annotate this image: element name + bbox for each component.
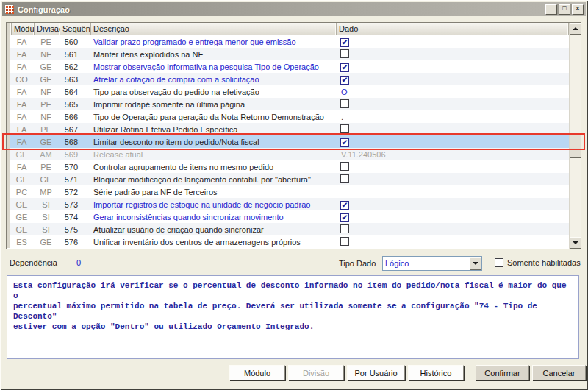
cell-modulo: GE <box>10 224 33 234</box>
minimize-button[interactable]: _ <box>545 4 557 15</box>
dependencia-value: 0 <box>76 258 81 267</box>
dado-checkbox-unchecked[interactable] <box>340 99 349 108</box>
arrow-up-icon <box>573 27 578 30</box>
dado-checkbox-unchecked[interactable] <box>340 162 349 171</box>
column-header-dado[interactable]: Dado <box>337 23 569 35</box>
dado-checkbox-checked[interactable]: ✔ <box>340 213 349 222</box>
table-row[interactable]: ES GE 576 Unificar inventário dos centro… <box>7 235 569 248</box>
dado-checkbox-unchecked[interactable] <box>340 237 349 246</box>
configuracao-dialog: Configuração _ □ ✕ Módulo Divisão Sequên… <box>0 0 588 390</box>
cell-dado: . <box>337 112 569 121</box>
table-row[interactable]: FA PE 567 Utilizar Rotina Efetiva Pedido… <box>7 123 569 135</box>
maximize-button[interactable]: □ <box>559 4 570 15</box>
table-row[interactable]: FA NF 561 Manter itens explodidos na NF <box>7 48 569 60</box>
table-row[interactable]: FA NF 564 Tipo para observação do pedido… <box>7 85 569 98</box>
cell-sequencia: 568 <box>59 137 90 146</box>
configuration-help-text: Esta configuração irá verificar se o per… <box>7 275 579 359</box>
table-row[interactable]: FA PE 560 Validar prazo programado e ent… <box>7 35 569 48</box>
scrollbar-thumb[interactable] <box>570 133 581 158</box>
table-row[interactable]: GF GE 571 Bloquear modificação de lançam… <box>7 173 569 185</box>
cell-dado: ✔ <box>337 212 569 222</box>
cell-divisao: NF <box>33 49 59 59</box>
cell-modulo: FA <box>10 162 33 171</box>
table-row[interactable]: GE SI 575 Atualizar usuário de criação q… <box>7 223 569 235</box>
dado-checkbox-checked[interactable]: ✔ <box>340 138 349 147</box>
table-row[interactable]: PC MP 572 Série padrão para NF de Tercei… <box>7 185 569 198</box>
hist-rico-button[interactable]: Histórico <box>408 365 464 380</box>
scroll-up-button[interactable] <box>570 23 581 35</box>
cell-modulo: ES <box>10 237 33 247</box>
dado-checkbox-unchecked[interactable] <box>340 224 349 233</box>
somente-habilitadas-checkbox[interactable] <box>495 258 503 267</box>
dado-checkbox-checked[interactable]: ✔ <box>340 63 349 72</box>
window-title: Configuração <box>18 5 544 14</box>
cell-modulo: PC <box>10 187 33 196</box>
m-dulo-button[interactable]: Módulo <box>229 365 285 380</box>
table-row[interactable]: GE SI 574 Gerar inconsistências quando s… <box>7 210 569 223</box>
cell-descricao: Atrelar a cotação de compra com a solici… <box>90 74 337 84</box>
cell-descricao: Tipo de Operação para geração da Nota Re… <box>90 112 337 121</box>
cell-modulo: FA <box>10 37 33 46</box>
column-header-modulo[interactable]: Módulo <box>12 23 35 35</box>
cancelar-button[interactable]: Cancelar <box>532 365 586 380</box>
cell-sequencia: 567 <box>59 124 90 134</box>
table-row-selected[interactable]: FA GE 568 Limitar desconto no item do pe… <box>7 135 569 148</box>
vertical-scrollbar[interactable] <box>569 23 581 249</box>
arrow-down-icon <box>573 241 578 244</box>
close-button[interactable]: ✕ <box>572 4 584 15</box>
cell-divisao: AM <box>33 149 59 159</box>
cell-descricao: Bloquear modificação de lançamento conta… <box>90 174 337 184</box>
column-header-descricao[interactable]: Descrição <box>91 23 337 35</box>
cell-sequencia: 574 <box>59 212 90 221</box>
column-header-sequencia[interactable]: Sequência <box>60 23 91 35</box>
cell-dado <box>337 224 569 235</box>
dado-checkbox-checked[interactable]: ✔ <box>340 201 349 210</box>
dependencia-label: Dependência <box>10 258 57 267</box>
table-row[interactable]: FA GE 562 Mostrar observação informativa… <box>7 60 569 73</box>
confirmar-button[interactable]: Confirmar <box>476 365 529 380</box>
cell-dado: ✔ <box>337 37 569 47</box>
cell-divisao: PE <box>33 124 59 134</box>
cell-descricao: Importar registros de estoque na unidade… <box>90 199 337 209</box>
somente-habilitadas-label[interactable]: Somente habilitadas <box>507 258 581 267</box>
divis-o-button: Divisão <box>288 365 344 380</box>
scroll-down-button[interactable] <box>570 237 581 249</box>
table-row[interactable]: FA NF 566 Tipo de Operação para geração … <box>7 110 569 123</box>
table-row[interactable]: FA PE 565 Imprimir rodapé somente na últ… <box>7 98 569 110</box>
cell-descricao: Atualizar usuário de criação quando sinc… <box>90 224 337 234</box>
table-row[interactable]: GE AM 569 Release atual V.11.240506 <box>7 148 569 160</box>
cell-divisao: GE <box>33 237 59 247</box>
table-row[interactable]: CO GE 563 Atrelar a cotação de compra co… <box>7 73 569 85</box>
tipo-dado-select[interactable]: Lógico <box>382 256 482 271</box>
table-row[interactable]: GE SI 573 Importar registros de estoque … <box>7 198 569 210</box>
tipo-dado-selected-value: Lógico <box>383 259 469 268</box>
maximize-icon: □ <box>562 6 566 13</box>
cell-descricao: Gerar inconsistências quando sincronizar… <box>90 212 337 221</box>
dado-checkbox-checked[interactable]: ✔ <box>340 76 349 85</box>
chevron-down-icon <box>473 262 478 265</box>
cell-sequencia: 575 <box>59 224 90 234</box>
cell-dado: ✔ <box>337 74 569 85</box>
dado-checkbox-checked[interactable]: ✔ <box>340 38 349 47</box>
dado-checkbox-unchecked[interactable] <box>340 124 349 133</box>
table-row[interactable]: FA PE 570 Controlar agrupamento de itens… <box>7 160 569 173</box>
cell-divisao: PE <box>33 99 59 109</box>
por-usu-rio-button[interactable]: Por Usuário <box>347 365 405 380</box>
dado-value-text: V.11.240506 <box>341 150 386 159</box>
dado-checkbox-unchecked[interactable] <box>340 174 349 183</box>
cell-descricao: Mostrar observação informativa na pesqui… <box>90 62 337 71</box>
cell-modulo: FA <box>10 87 33 96</box>
cell-dado <box>337 191 569 192</box>
cell-sequencia: 572 <box>59 187 90 196</box>
cell-divisao: GE <box>33 137 59 146</box>
config-table-body: FA PE 560 Validar prazo programado e ent… <box>7 35 569 248</box>
column-header-divisao[interactable]: Divisão <box>35 23 60 35</box>
cell-sequencia: 561 <box>59 49 90 59</box>
dado-checkbox-unchecked[interactable] <box>340 49 349 58</box>
minimize-icon: _ <box>549 8 553 15</box>
dropdown-button[interactable] <box>469 257 481 270</box>
cell-modulo: GE <box>10 149 33 159</box>
cell-modulo: FA <box>10 137 33 146</box>
title-bar[interactable]: Configuração _ □ ✕ <box>2 2 586 16</box>
cell-dado <box>337 161 569 172</box>
